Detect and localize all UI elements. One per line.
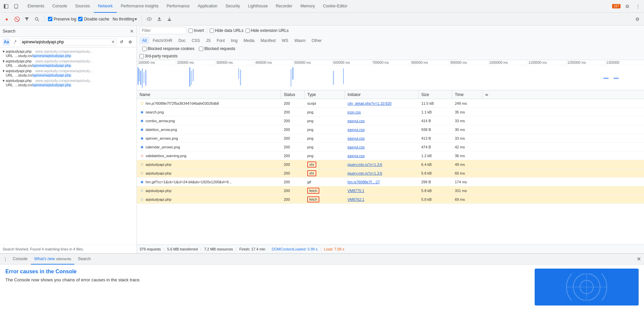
col-header-type[interactable]: Type <box>305 90 345 99</box>
table-row[interactable]: ◉ datebox_arrow.png 200 png easyui.css 9… <box>137 125 644 134</box>
tab-memory[interactable]: Memory <box>297 0 319 13</box>
bottom-panel-close-button[interactable]: ✕ <box>635 255 643 263</box>
filter-input[interactable] <box>140 27 186 34</box>
device-toolbar-button[interactable] <box>11 2 21 11</box>
tab-performance-insights[interactable]: Performance insights <box>117 0 163 13</box>
tab-network[interactable]: Network <box>94 0 117 13</box>
filter-type-wasm[interactable]: Wasm <box>292 37 309 44</box>
bottom-tab-console[interactable]: Console <box>9 254 31 265</box>
table-row[interactable]: ◉ spinner_arrows.png 200 png easyui.css … <box>137 134 644 143</box>
hide-data-urls-checkbox[interactable]: Hide data URLs <box>210 28 244 33</box>
search-input-box: ✕ <box>20 39 116 45</box>
search-input-clear-button[interactable]: ✕ <box>111 40 115 44</box>
table-row[interactable]: ◉ search.png 200 png icon.css 1.1 kB 35 … <box>137 108 644 116</box>
row-initiator[interactable]: icon.css <box>345 108 419 116</box>
network-settings-button[interactable]: ⚙ <box>633 15 641 23</box>
blocked-requests-checkbox[interactable]: Blocked requests <box>199 46 235 51</box>
filter-type-media[interactable]: Media <box>241 37 257 44</box>
filter-type-all[interactable]: All <box>140 37 149 44</box>
tab-lighthouse[interactable]: Lighthouse <box>244 0 272 13</box>
table-row[interactable]: □ aqistudyapi.php 200 xhr jquery.min.js?… <box>137 160 644 169</box>
toolbar-separator-1 <box>44 15 45 23</box>
dock-side-button[interactable] <box>1 2 11 11</box>
table-row[interactable]: ◉ combo_arrow.png 200 png easyui.css 414… <box>137 116 644 125</box>
record-button[interactable]: ● <box>3 15 11 23</box>
table-row[interactable]: ◉ hm.gif?cc=1&ck=1&cl=24-bit&ds=1920x120… <box>137 178 644 186</box>
search-result-item[interactable]: ▾ aqistudyapi.php www.aqistudy.cn/apinew… <box>0 68 137 78</box>
row-initiator[interactable]: jquery.min.js?v=1.3:6 <box>345 160 419 169</box>
filter-type-css[interactable]: CSS <box>189 37 203 44</box>
bottom-tab-search[interactable]: Search <box>74 254 94 265</box>
filter-type-manifest[interactable]: Manifest <box>258 37 278 44</box>
search-cancel-button[interactable]: ⊘ <box>126 38 134 46</box>
preserve-log-checkbox[interactable]: Preserve log <box>48 17 76 21</box>
search-result-item[interactable]: ▾ aqistudyapi.php www.aqistudy.cn/apinew… <box>0 58 137 68</box>
clear-button[interactable]: 🚫 <box>13 15 21 23</box>
tab-elements[interactable]: Elements <box>23 0 48 13</box>
row-initiator[interactable]: city_detail.php?v=1.10:920 <box>345 99 419 107</box>
settings-button[interactable]: ⚙ <box>623 2 632 11</box>
search-input[interactable] <box>22 40 111 44</box>
tab-security[interactable]: Security <box>221 0 244 13</box>
row-initiator[interactable]: jquery.min.js?v=1.3:6 <box>345 169 419 177</box>
row-initiator[interactable]: hm.js?6088e7f...:27 <box>345 178 419 186</box>
filter-type-fetch-xhr[interactable]: Fetch/XHR <box>150 37 175 44</box>
hide-extension-urls-checkbox[interactable]: Hide extension URLs <box>246 28 289 33</box>
table-row[interactable]: ⬡ hm.js?6088e7f72f5a363447d4bafe03026db8… <box>137 99 644 108</box>
filter-button[interactable] <box>23 15 31 23</box>
search-refresh-button[interactable]: ↺ <box>118 38 125 46</box>
row-initiator[interactable]: easyui.css <box>345 151 419 160</box>
row-initiator[interactable]: easyui.css <box>345 134 419 142</box>
search-regex-button[interactable]: .* <box>11 38 19 46</box>
filter-type-img[interactable]: Img <box>228 37 240 44</box>
col-header-initiator[interactable]: Initiator <box>345 90 419 99</box>
row-status: 200 <box>281 134 305 142</box>
invert-checkbox[interactable]: Invert <box>189 28 204 33</box>
filter-type-ws[interactable]: WS <box>279 37 291 44</box>
bottom-tab-whats-new[interactable]: What's new elements <box>31 254 74 265</box>
row-initiator[interactable]: VM8775:1 <box>345 186 419 195</box>
download-button[interactable] <box>165 15 173 23</box>
row-initiator[interactable]: easyui.css <box>345 143 419 151</box>
table-row[interactable]: ⚠ validatebox_warning.png 200 png easyui… <box>137 151 644 160</box>
row-initiator[interactable]: easyui.css <box>345 116 419 125</box>
table-row[interactable]: □ aqistudyapi.php 200 xhr jquery.min.js?… <box>137 169 644 178</box>
row-waterfall <box>482 186 644 195</box>
upload-button[interactable] <box>155 15 163 23</box>
network-conditions-button[interactable] <box>145 15 153 23</box>
throttle-select[interactable]: No throttling ▾ <box>111 16 139 22</box>
col-header-waterfall[interactable] <box>482 90 644 99</box>
table-row[interactable]: □ aqistudyapi.php 200 fetch VM8762:1 5.8… <box>137 195 644 204</box>
col-header-name[interactable]: Name <box>137 90 281 99</box>
row-waterfall <box>482 99 644 107</box>
bottom-tab-close-button[interactable]: elements <box>56 257 71 261</box>
filter-type-doc[interactable]: Doc <box>176 37 188 44</box>
svg-rect-1 <box>4 4 5 8</box>
filter-type-other[interactable]: Other <box>309 37 324 44</box>
search-result-item[interactable]: ▾ aqistudyapi.php www.aqistudy.cn/apinew… <box>0 78 137 88</box>
blocked-response-cookies-checkbox[interactable]: Blocked response cookies <box>142 46 194 51</box>
filter-type-js[interactable]: JS <box>203 37 213 44</box>
tab-sources[interactable]: Sources <box>71 0 94 13</box>
bottom-more-icon[interactable]: ⋮ <box>1 255 9 263</box>
row-initiator[interactable]: VM8762:1 <box>345 195 419 203</box>
row-initiator[interactable]: easyui.css <box>345 125 419 134</box>
tab-application[interactable]: Application <box>194 0 222 13</box>
tab-performance[interactable]: Performance <box>163 0 194 13</box>
table-row[interactable]: ◉ calendar_arrows.png 200 png easyui.css… <box>137 143 644 151</box>
disable-cache-checkbox[interactable]: Disable cache <box>78 17 109 21</box>
filter-type-font[interactable]: Font <box>214 37 227 44</box>
tab-recorder[interactable]: Recorder <box>272 0 296 13</box>
col-header-size[interactable]: Size <box>419 90 452 99</box>
col-header-time[interactable]: Time <box>452 90 482 99</box>
tab-console[interactable]: Console <box>48 0 71 13</box>
search-match-case-button[interactable]: Aa <box>3 38 10 46</box>
table-row[interactable]: □ aqistudyapi.php 200 fetch VM8775:1 5.8… <box>137 186 644 195</box>
search-close-button[interactable]: ✕ <box>130 29 134 34</box>
third-party-checkbox[interactable]: 3rd-party requests <box>140 54 177 58</box>
col-header-status[interactable]: Status <box>281 90 305 99</box>
more-menu-button[interactable]: ⋮ <box>633 2 643 11</box>
tab-cookie-editor[interactable]: Cookie-Editor <box>319 0 352 13</box>
search-network-button[interactable] <box>33 15 41 23</box>
search-result-item[interactable]: ▾ aqistudyapi.php www.aqistudy.cn/apinew… <box>0 49 137 58</box>
